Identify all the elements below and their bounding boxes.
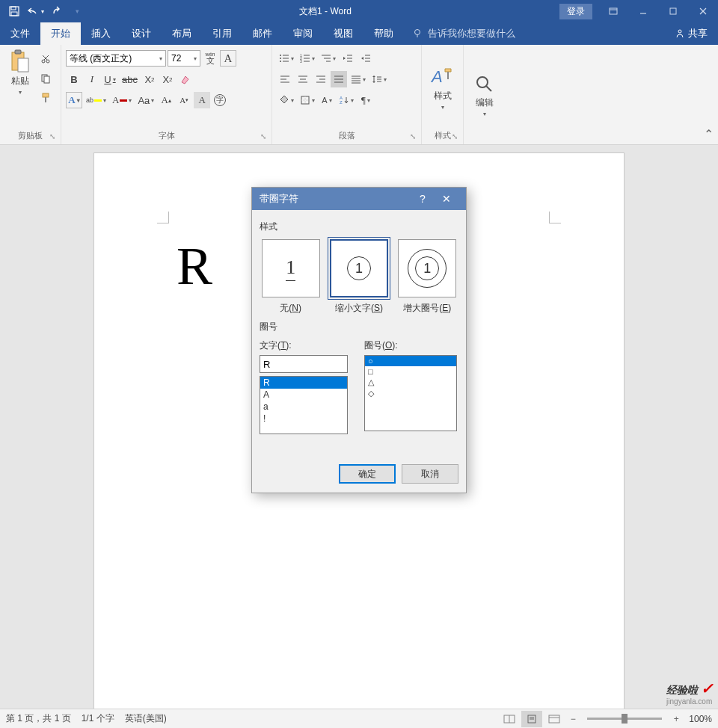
paste-button[interactable]: 粘贴 ▾ <box>4 48 36 129</box>
enclosure-field-label: 圈号(O): <box>364 339 458 352</box>
collapse-ribbon-icon[interactable]: ⌃ <box>704 127 714 141</box>
shading-button[interactable] <box>277 92 296 108</box>
tab-layout[interactable]: 布局 <box>162 22 202 45</box>
multilevel-list-button[interactable] <box>319 50 338 67</box>
enclose-characters-button[interactable]: 字 <box>212 92 228 108</box>
zoom-in-button[interactable]: + <box>669 714 683 724</box>
undo-icon[interactable]: ▾ <box>25 1 45 21</box>
tab-mail[interactable]: 邮件 <box>242 22 283 45</box>
clear-formatting-icon[interactable] <box>177 71 194 87</box>
font-size-select[interactable]: 72▾ <box>168 50 200 67</box>
align-left-button[interactable] <box>277 71 293 87</box>
dialog-close-icon[interactable]: ✕ <box>435 188 458 210</box>
tab-file[interactable]: 文件 <box>0 22 40 45</box>
web-layout-icon[interactable] <box>544 711 565 727</box>
align-center-button[interactable] <box>295 71 311 87</box>
tab-help[interactable]: 帮助 <box>363 22 404 45</box>
check-icon: ✓ <box>701 680 714 697</box>
paragraph-launcher-icon[interactable]: ⤡ <box>408 131 418 141</box>
copy-icon[interactable] <box>37 70 54 87</box>
font-launcher-icon[interactable]: ⤡ <box>258 131 269 141</box>
list-item[interactable]: ! <box>260 413 347 425</box>
word-count[interactable]: 1/1 个字 <box>82 712 114 725</box>
login-button[interactable]: 登录 <box>559 4 592 19</box>
italic-button[interactable]: I <box>84 71 100 87</box>
style-option-none[interactable]: 1 无(N) <box>260 239 322 315</box>
list-item[interactable]: a <box>260 401 347 413</box>
text-input[interactable] <box>260 355 348 373</box>
change-case-button[interactable]: Aa <box>135 92 156 108</box>
list-item[interactable]: A <box>260 389 347 401</box>
decrease-indent-button[interactable] <box>340 50 356 67</box>
increase-indent-button[interactable] <box>358 50 374 67</box>
editing-button[interactable]: 编辑 ▾ <box>468 48 501 143</box>
read-mode-icon[interactable] <box>499 711 520 727</box>
close-icon[interactable] <box>688 0 718 22</box>
tab-review[interactable]: 审阅 <box>283 22 323 45</box>
zoom-out-button[interactable]: − <box>566 714 580 724</box>
cancel-button[interactable]: 取消 <box>402 464 458 484</box>
cut-icon[interactable] <box>37 51 54 67</box>
highlight-button[interactable]: ab <box>84 92 108 108</box>
tab-home[interactable]: 开始 <box>40 22 81 45</box>
styles-button[interactable]: A 样式 ▾ <box>426 48 458 129</box>
enclosure-listbox[interactable]: ○ □ △ ◇ <box>364 355 457 431</box>
clipboard-launcher-icon[interactable]: ⤡ <box>47 131 58 141</box>
underline-button[interactable]: U <box>102 71 118 87</box>
superscript-button[interactable]: X2 <box>159 71 176 87</box>
grow-font-button[interactable]: A▴ <box>158 92 174 108</box>
sort-button[interactable]: AZ <box>337 92 356 108</box>
list-item[interactable]: ◇ <box>365 388 456 399</box>
ok-button[interactable]: 确定 <box>339 464 396 484</box>
minimize-icon[interactable] <box>628 0 658 22</box>
format-painter-icon[interactable] <box>37 90 54 106</box>
list-item[interactable]: △ <box>365 377 456 388</box>
list-item[interactable]: R <box>260 377 347 389</box>
font-color-button[interactable]: A <box>110 92 134 108</box>
text-listbox[interactable]: R A a ! <box>260 376 348 434</box>
line-spacing-button[interactable] <box>369 71 389 87</box>
shrink-font-button[interactable]: A▾ <box>176 92 192 108</box>
character-shading-button[interactable]: A <box>194 92 210 108</box>
font-name-select[interactable]: 等线 (西文正文)▾ <box>66 50 166 67</box>
maximize-icon[interactable] <box>658 0 688 22</box>
zoom-slider[interactable] <box>587 718 662 720</box>
redo-icon[interactable] <box>46 1 66 21</box>
page-status[interactable]: 第 1 页，共 1 页 <box>6 712 71 725</box>
bold-button[interactable]: B <box>66 71 82 87</box>
list-item[interactable]: ○ <box>365 356 456 366</box>
share-button[interactable]: 共享 <box>675 27 708 40</box>
font-label: 字体 <box>66 129 267 143</box>
ribbon-display-icon[interactable] <box>598 0 628 22</box>
character-border-button[interactable]: A <box>220 50 236 67</box>
subscript-button[interactable]: X2 <box>141 71 158 87</box>
language-status[interactable]: 英语(美国) <box>125 712 167 725</box>
align-right-button[interactable] <box>313 71 329 87</box>
styles-launcher-icon[interactable]: ⤡ <box>449 131 460 141</box>
phonetic-guide-button[interactable]: wén文 <box>202 50 218 67</box>
dialog-titlebar: 带圈字符 ? ✕ <box>252 188 466 210</box>
dialog-help-icon[interactable]: ? <box>411 188 435 210</box>
tab-insert[interactable]: 插入 <box>81 22 121 45</box>
borders-button[interactable] <box>298 92 317 108</box>
strikethrough-button[interactable]: abc <box>120 71 140 87</box>
zoom-level[interactable]: 100% <box>689 714 712 724</box>
text-effects-button[interactable]: A <box>66 92 82 108</box>
numbering-button[interactable]: 123 <box>298 50 317 67</box>
document-text[interactable]: R <box>177 235 212 297</box>
save-icon[interactable] <box>4 1 24 21</box>
show-hide-button[interactable]: ¶ <box>358 92 374 108</box>
style-option-enlarge[interactable]: 1 增大圈号(E) <box>396 239 458 315</box>
tab-references[interactable]: 引用 <box>202 22 242 45</box>
list-item[interactable]: □ <box>365 366 456 377</box>
style-option-shrink[interactable]: 1 缩小文字(S) <box>328 239 390 315</box>
print-layout-icon[interactable] <box>521 711 542 727</box>
justify-button[interactable] <box>331 71 347 87</box>
tab-design[interactable]: 设计 <box>121 22 162 45</box>
tell-me-search[interactable]: 告诉我你想要做什么 <box>413 22 515 45</box>
tab-view[interactable]: 视图 <box>323 22 363 45</box>
distribute-button[interactable] <box>349 71 368 87</box>
asian-layout-button[interactable]: A <box>319 92 335 108</box>
bullets-button[interactable] <box>277 50 296 67</box>
qat-customize-icon[interactable]: ▾ <box>67 1 87 21</box>
